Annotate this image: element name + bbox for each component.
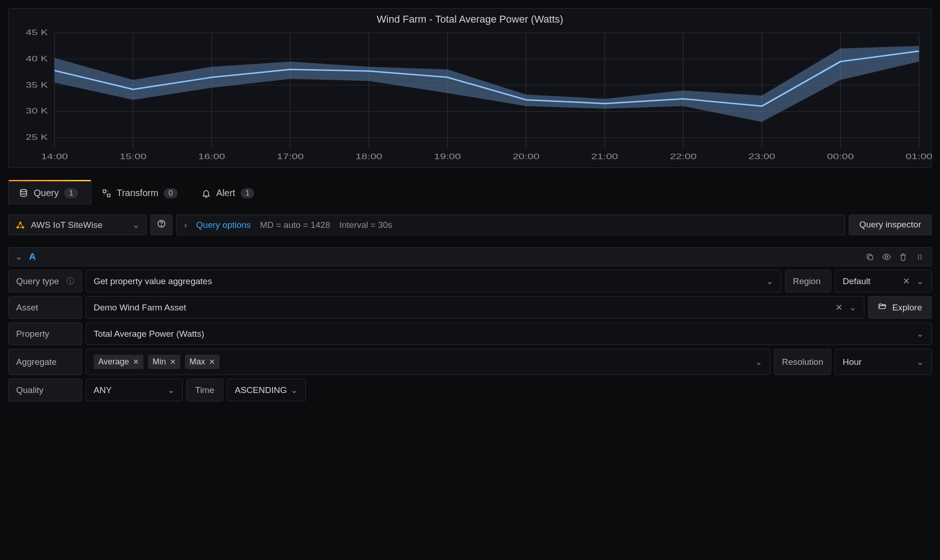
query-inspector-button[interactable]: Query inspector: [849, 214, 932, 235]
svg-text:25 K: 25 K: [26, 133, 48, 142]
toggle-visibility-button[interactable]: [881, 252, 892, 262]
svg-text:15:00: 15:00: [119, 153, 146, 161]
help-icon: [157, 219, 166, 231]
datasource-select[interactable]: AWS IoT SiteWise ⌄: [8, 214, 147, 235]
chevron-down-icon: ⌄: [132, 220, 140, 230]
editor-tabs: Query 1 Transform 0 Alert 1: [8, 180, 932, 205]
field-aggregate[interactable]: Average✕ Min✕ Max✕ ⌄: [86, 349, 770, 375]
tab-query-count: 1: [64, 188, 77, 198]
database-icon: [19, 189, 28, 198]
label-property: Property: [8, 322, 82, 345]
tab-alert[interactable]: Alert 1: [191, 181, 268, 205]
remove-chip-icon[interactable]: ✕: [133, 357, 139, 366]
query-options-label: Query options: [196, 220, 250, 230]
svg-text:40 K: 40 K: [26, 54, 48, 63]
tab-alert-label: Alert: [216, 188, 235, 198]
field-quality[interactable]: ANY ⌄: [86, 379, 183, 401]
svg-point-43: [886, 256, 888, 258]
label-time: Time: [186, 379, 223, 401]
svg-rect-42: [869, 256, 873, 260]
svg-text:21:00: 21:00: [591, 153, 618, 161]
label-asset: Asset: [8, 296, 82, 319]
query-options-bar[interactable]: › Query options MD = auto = 1428 Interva…: [176, 214, 845, 235]
transform-icon: [102, 189, 111, 198]
aggregate-chip[interactable]: Max✕: [185, 355, 220, 369]
aggregate-chip[interactable]: Average✕: [94, 355, 143, 369]
explore-button[interactable]: Explore: [868, 296, 932, 319]
query-options-interval: Interval = 30s: [339, 220, 393, 230]
tab-alert-count: 1: [241, 188, 254, 198]
clear-icon[interactable]: ✕: [903, 276, 910, 286]
svg-text:00:00: 00:00: [827, 153, 854, 161]
svg-text:23:00: 23:00: [749, 153, 775, 161]
svg-text:17:00: 17:00: [277, 153, 303, 161]
svg-rect-36: [107, 194, 110, 197]
chevron-down-icon: ⌄: [916, 357, 924, 367]
tab-query-label: Query: [34, 188, 59, 198]
svg-point-48: [918, 258, 919, 259]
chevron-down-icon: ⌄: [916, 276, 924, 286]
aggregate-chip[interactable]: Min✕: [148, 355, 180, 369]
chevron-down-icon: ⌄: [849, 302, 857, 313]
chevron-down-icon: ⌄: [766, 276, 773, 286]
svg-point-46: [918, 256, 919, 257]
svg-point-47: [920, 256, 922, 257]
svg-text:35 K: 35 K: [26, 81, 48, 89]
query-name: A: [29, 251, 36, 262]
field-property[interactable]: Total Average Power (Watts) ⌄: [86, 322, 932, 345]
chevron-down-icon: ⌄: [291, 385, 298, 395]
svg-text:01:00: 01:00: [905, 153, 932, 161]
chevron-down-icon: ⌄: [15, 251, 23, 262]
svg-text:30 K: 30 K: [26, 107, 48, 115]
tab-transform-count: 0: [164, 188, 177, 198]
field-time[interactable]: ASCENDING ⌄: [227, 379, 306, 401]
svg-text:22:00: 22:00: [670, 153, 696, 161]
field-region[interactable]: Default ✕ ⌄: [835, 270, 932, 292]
tab-transform-label: Transform: [117, 188, 158, 198]
datasource-name: AWS IoT SiteWise: [31, 220, 102, 230]
svg-point-45: [920, 254, 922, 256]
field-asset[interactable]: Demo Wind Farm Asset ✕ ⌄: [86, 296, 864, 319]
svg-point-44: [918, 254, 919, 256]
field-resolution[interactable]: Hour ⌄: [835, 349, 932, 375]
label-resolution: Resolution: [774, 349, 831, 375]
svg-point-34: [20, 189, 26, 191]
svg-text:16:00: 16:00: [198, 153, 225, 161]
chart-title: Wind Farm - Total Average Power (Watts): [14, 13, 926, 25]
bell-icon: [202, 189, 211, 198]
remove-chip-icon[interactable]: ✕: [209, 357, 215, 366]
svg-rect-35: [103, 190, 106, 192]
datasource-help-button[interactable]: [150, 214, 173, 235]
label-quality: Quality: [8, 379, 82, 401]
drag-handle-icon[interactable]: [915, 252, 925, 262]
query-toolbar: AWS IoT SiteWise ⌄ › Query options MD = …: [8, 214, 932, 235]
svg-text:18:00: 18:00: [356, 153, 382, 161]
query-block: ⌄ A Query type Get property value aggreg…: [8, 247, 932, 401]
duplicate-query-button[interactable]: [865, 252, 875, 262]
svg-text:14:00: 14:00: [41, 153, 68, 161]
chart-svg: 25 K30 K35 K40 K45 K14:0015:0016:0017:00…: [14, 28, 926, 162]
folder-open-icon: [878, 302, 887, 313]
chart-area[interactable]: 25 K30 K35 K40 K45 K14:0015:0016:0017:00…: [14, 28, 926, 162]
delete-query-button[interactable]: [898, 252, 908, 262]
tab-transform[interactable]: Transform 0: [91, 181, 191, 205]
clear-icon[interactable]: ✕: [835, 302, 843, 313]
label-region: Region: [785, 270, 831, 292]
sitewise-icon: [15, 221, 25, 229]
chevron-down-icon: ⌄: [916, 328, 924, 339]
remove-chip-icon[interactable]: ✕: [170, 357, 176, 366]
tab-query[interactable]: Query 1: [8, 180, 91, 205]
chevron-down-icon: ⌄: [755, 357, 762, 367]
svg-text:19:00: 19:00: [434, 153, 461, 161]
field-query-type[interactable]: Get property value aggregates ⌄: [86, 270, 781, 292]
chart-panel: Wind Farm - Total Average Power (Watts) …: [8, 8, 932, 168]
svg-text:20:00: 20:00: [512, 153, 539, 161]
query-options-md: MD = auto = 1428: [260, 220, 330, 230]
svg-text:45 K: 45 K: [26, 29, 48, 37]
query-header[interactable]: ⌄ A: [8, 247, 932, 266]
svg-point-41: [161, 226, 161, 226]
svg-point-49: [920, 258, 922, 259]
chevron-right-icon: ›: [184, 220, 187, 230]
chevron-down-icon: ⌄: [167, 385, 175, 395]
label-aggregate: Aggregate: [8, 349, 82, 375]
